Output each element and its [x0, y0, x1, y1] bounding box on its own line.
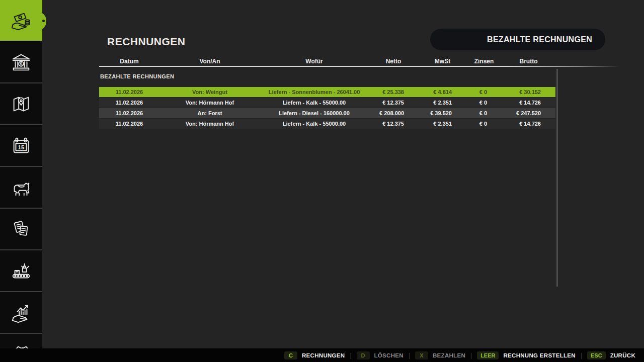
- cell-mwst: € 4.814: [419, 89, 466, 95]
- map-pin-icon: [10, 93, 33, 116]
- keycap: LEER: [477, 351, 499, 359]
- hotkey-label: RECHNUNG ERSTELLEN: [503, 352, 575, 358]
- keycap: X: [415, 351, 428, 359]
- hotkey-label: RECHNUNGEN: [302, 352, 345, 358]
- main-content: RECHNUNGEN BEZAHLTE RECHNUNGEN DatumVon/…: [42, 0, 644, 348]
- column-header: Zinsen: [466, 58, 502, 65]
- cell-brutto: € 14.726: [502, 121, 555, 127]
- cell-mwst: € 39.520: [419, 110, 466, 116]
- table-section-label: BEZAHLTE RECHNUNGEN: [100, 73, 174, 79]
- sidebar-item-statistics[interactable]: [0, 292, 42, 334]
- cell-netto: € 25.338: [368, 89, 419, 95]
- cow-icon: [10, 176, 33, 199]
- table-header: DatumVon/AnWofürNettoMwStZinsenBrutto: [99, 56, 555, 66]
- cell-zinsen: € 0: [466, 110, 502, 116]
- cell-datum: 11.02.2026: [99, 121, 159, 127]
- sidebar-item-map[interactable]: [0, 83, 42, 125]
- keycap: C: [284, 351, 297, 359]
- cell-wofuer: Liefern - Sonnenblumen - 26041.00: [260, 89, 368, 95]
- hotkey-leer[interactable]: LEERRECHNUNG ERSTELLEN: [477, 351, 576, 359]
- sidebar-item-calendar[interactable]: 15: [0, 125, 42, 167]
- statistics-icon: [10, 301, 33, 324]
- column-header: MwSt: [419, 58, 466, 65]
- cell-brutto: € 14.726: [502, 100, 555, 106]
- cell-brutto: € 247.520: [502, 110, 555, 116]
- hotkey-bar: CRECHNUNGEN|DLÖSCHEN|XBEZAHLEN|LEERRECHN…: [0, 348, 644, 362]
- table-row[interactable]: 11.02.2026Von: Hörmann HofLiefern - Kalk…: [99, 98, 555, 108]
- sidebar-item-finances[interactable]: [0, 0, 42, 42]
- cell-mwst: € 2.351: [419, 121, 466, 127]
- sidebar: $ 15: [0, 0, 42, 362]
- keycap: D: [357, 351, 370, 359]
- bank-icon: $: [10, 51, 33, 74]
- cell-netto: € 12.375: [368, 121, 419, 127]
- cell-von_an: An: Forst: [159, 110, 260, 116]
- cell-datum: 11.02.2026: [99, 110, 159, 116]
- invoice-rows: 11.02.2026Von: WeingutLiefern - Sonnenbl…: [99, 87, 555, 129]
- column-header: Netto: [368, 58, 419, 65]
- sidebar-item-partner[interactable]: [0, 334, 42, 348]
- sidebar-item-bank[interactable]: $: [0, 42, 42, 83]
- cell-netto: € 208.000: [368, 110, 419, 116]
- column-header: Datum: [99, 58, 159, 65]
- column-header: Von/An: [159, 58, 260, 65]
- keycap: ESC: [587, 351, 606, 359]
- table-row[interactable]: 11.02.2026Von: Hörmann HofLiefern - Kalk…: [99, 119, 555, 129]
- sidebar-item-production[interactable]: [0, 250, 42, 292]
- hotkey-x[interactable]: XBEZAHLEN: [415, 351, 465, 359]
- money-hand-icon: [10, 9, 33, 32]
- cell-zinsen: € 0: [466, 89, 502, 95]
- cell-zinsen: € 0: [466, 100, 502, 106]
- cell-wofuer: Liefern - Kalk - 55000.00: [260, 100, 368, 106]
- hotkey-divider: |: [470, 352, 472, 359]
- hotkey-label: ZURÜCK: [610, 352, 635, 358]
- paid-invoices-button[interactable]: BEZAHLTE RECHNUNGEN: [430, 29, 605, 50]
- cell-wofuer: Liefern - Diesel - 160000.00: [260, 110, 368, 116]
- hotkey-esc[interactable]: ESCZURÜCK: [587, 351, 635, 359]
- cell-wofuer: Liefern - Kalk - 55000.00: [260, 121, 368, 127]
- production-icon: [10, 259, 33, 283]
- active-tab-dot: [42, 20, 45, 22]
- column-header: Brutto: [502, 58, 555, 65]
- page-title: RECHNUNGEN: [107, 36, 186, 48]
- cell-mwst: € 2.351: [419, 100, 466, 106]
- sidebar-item-contracts[interactable]: [0, 209, 42, 250]
- column-header: Wofür: [260, 58, 368, 65]
- calendar-icon: 15: [10, 134, 33, 157]
- cell-von_an: Von: Hörmann Hof: [159, 100, 260, 106]
- svg-text:$: $: [20, 61, 23, 66]
- svg-text:15: 15: [18, 144, 25, 150]
- cell-von_an: Von: Weingut: [159, 89, 260, 95]
- documents-icon: [10, 218, 33, 241]
- hotkey-label: LÖSCHEN: [374, 352, 404, 358]
- table-row[interactable]: 11.02.2026Von: WeingutLiefern - Sonnenbl…: [99, 87, 555, 97]
- cell-netto: € 12.375: [368, 100, 419, 106]
- invoice-table: DatumVon/AnWofürNettoMwStZinsenBrutto: [99, 56, 555, 66]
- hotkey-divider: |: [581, 352, 582, 359]
- hotkey-c[interactable]: CRECHNUNGEN: [284, 351, 345, 359]
- table-scrollbar[interactable]: [556, 69, 558, 287]
- hotkey-divider: |: [350, 352, 351, 359]
- hotkey-d[interactable]: DLÖSCHEN: [357, 351, 404, 359]
- hotkey-divider: |: [409, 352, 410, 359]
- cell-datum: 11.02.2026: [99, 89, 159, 95]
- cell-von_an: Von: Hörmann Hof: [159, 121, 260, 127]
- handshake-icon: [10, 341, 33, 348]
- hotkey-label: BEZAHLEN: [433, 352, 465, 358]
- cell-datum: 11.02.2026: [99, 100, 159, 106]
- cell-zinsen: € 0: [466, 121, 502, 127]
- table-row[interactable]: 11.02.2026An: ForstLiefern - Diesel - 16…: [99, 108, 555, 118]
- sidebar-item-animals[interactable]: [0, 167, 42, 209]
- table-header-divider: [99, 66, 620, 67]
- cell-brutto: € 30.152: [502, 89, 555, 95]
